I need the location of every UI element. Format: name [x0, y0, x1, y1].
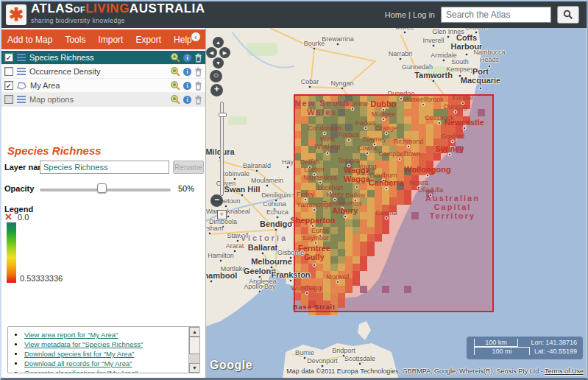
map-marker-dot: [351, 108, 355, 111]
zoom-out-button[interactable]: −: [210, 194, 223, 207]
legend-exclude-icon[interactable]: ✕: [4, 211, 13, 222]
layer-checkbox[interactable]: ✓: [4, 81, 13, 90]
search-button[interactable]: [557, 6, 579, 24]
pan-right-button[interactable]: ▶: [219, 47, 230, 58]
map-label: Inverell: [422, 37, 444, 44]
map-marker-dot: [261, 252, 265, 256]
map-canvas[interactable]: MoreeBourkeBrewarrinaNarrabriInverellGle…: [206, 28, 587, 378]
map-label: Henty: [326, 191, 344, 198]
menu-item-add-to-map[interactable]: Add to Map: [7, 35, 52, 45]
layer-row-species-richness[interactable]: ✓Species Richnessi: [1, 51, 205, 65]
layer-info-icon[interactable]: i: [183, 82, 191, 90]
opacity-slider-thumb[interactable]: [97, 183, 107, 193]
map-marker-dot: [255, 169, 259, 173]
map-marker-dot: [447, 35, 450, 39]
layer-name-input[interactable]: [40, 161, 169, 174]
map-label: Dungog: [444, 103, 467, 110]
map-marker-dot: [286, 166, 290, 169]
action-link[interactable]: Generate classification for "My Area": [24, 369, 138, 373]
layer-label[interactable]: Occurrence Density: [29, 67, 166, 76]
sidebar-collapse-button[interactable]: ‹: [191, 32, 201, 42]
rename-button[interactable]: Rename: [173, 161, 204, 174]
map-label: Ferntree Gully: [298, 244, 330, 261]
layer-row-my-area[interactable]: ✓My Areai: [1, 79, 205, 93]
zoom-slider-handle[interactable]: [219, 113, 227, 117]
layer-label[interactable]: Map options: [29, 95, 166, 104]
map-label: Gosford: [441, 133, 464, 140]
map-label: Swan Hill: [224, 185, 261, 194]
map-marker-dot: [289, 279, 293, 283]
attribution-text: Map data ©2011 Europa Technologies, GBRM…: [286, 367, 545, 375]
delete-layer-icon[interactable]: [194, 67, 202, 77]
zoom-slider[interactable]: [220, 102, 224, 196]
pan-left-button[interactable]: ◀: [206, 47, 217, 58]
opacity-value: 50%: [178, 184, 194, 193]
zoom-in-button[interactable]: +: [210, 84, 223, 96]
menu-item-help[interactable]: Help: [174, 35, 192, 45]
layer-row-map-options[interactable]: Map optionsi: [1, 93, 205, 107]
map-label: Bass Strait: [293, 303, 336, 311]
scroll-down-icon[interactable]: ▼: [189, 363, 200, 373]
longitude-readout: Lon: 141.38716: [531, 339, 577, 346]
map-marker-dot: [355, 186, 359, 189]
terms-of-use-link[interactable]: Terms of Use: [545, 367, 584, 375]
scroll-thumb[interactable]: [189, 337, 200, 354]
panel-title: Species Richness: [7, 144, 102, 157]
zoom-to-layer-icon[interactable]: [170, 52, 180, 63]
action-link[interactable]: Download all records for "My Area": [24, 359, 132, 367]
map-label: Bridport: [332, 347, 355, 354]
map-label: Port Macquarie: [461, 67, 500, 85]
login-link[interactable]: Log in: [413, 10, 435, 19]
zoom-to-layer-icon[interactable]: [170, 80, 180, 91]
map-label: Mudgee: [372, 110, 396, 118]
map-label: Sydney: [435, 144, 464, 153]
scroll-up-icon[interactable]: ▲: [189, 327, 200, 337]
map-marker-dot: [465, 53, 469, 57]
action-link-item: View area report for "My Area": [24, 331, 199, 339]
map-label: Muswellbrook: [403, 96, 443, 103]
ala-logo[interactable]: ✱: [6, 4, 26, 25]
delete-layer-icon[interactable]: [194, 81, 202, 91]
map-label: Moree: [395, 28, 414, 31]
google-logo[interactable]: Google: [210, 359, 252, 372]
menu-item-import[interactable]: Import: [98, 35, 123, 45]
zoom-to-layer-icon[interactable]: [170, 94, 180, 105]
layer-checkbox[interactable]: [4, 95, 13, 104]
map-label: Apollo Bay: [244, 283, 275, 290]
action-links-box: View area report for "My Area"View metad…: [7, 326, 200, 373]
menu-item-export[interactable]: Export: [135, 35, 161, 45]
menu-item-tools[interactable]: Tools: [65, 35, 85, 45]
pan-down-button[interactable]: ▼: [213, 57, 224, 68]
map-marker-dot: [432, 44, 436, 48]
layer-checkbox[interactable]: [4, 67, 13, 76]
layer-row-occurrence-density[interactable]: Occurrence Densityi: [1, 65, 205, 79]
layer-info-icon[interactable]: i: [183, 96, 191, 104]
map-label: Euroa: [311, 227, 329, 234]
layer-label[interactable]: Species Richness: [29, 53, 166, 62]
map-marker-dot: [344, 215, 347, 219]
delete-layer-icon[interactable]: [194, 95, 202, 105]
map-label: West Wyalong: [315, 136, 341, 150]
zoom-to-layer-icon[interactable]: [170, 66, 180, 77]
map-label: Cobar: [301, 78, 319, 85]
action-link[interactable]: View area report for "My Area": [24, 331, 118, 339]
action-link[interactable]: Download species list for "My Area": [24, 350, 134, 358]
map-label: Balranald: [243, 162, 271, 169]
action-link[interactable]: View metadata for "Species Richness": [24, 340, 143, 348]
reset-view-button[interactable]: ○: [210, 70, 222, 82]
layer-info-icon[interactable]: i: [183, 54, 191, 62]
overview-map-toggle[interactable]: +: [217, 210, 227, 219]
pan-up-button[interactable]: ▲: [213, 37, 224, 48]
layer-info-icon[interactable]: i: [183, 68, 191, 76]
map-label: Cowra: [358, 144, 377, 152]
map-marker-dot: [382, 118, 386, 122]
layer-checkbox[interactable]: ✓: [4, 53, 13, 62]
home-link[interactable]: Home: [385, 10, 406, 19]
map-label: Robinvale: [220, 170, 249, 177]
atlas-search-input[interactable]: [441, 7, 551, 23]
map-label: Deniliquin: [261, 191, 291, 199]
links-scrollbar[interactable]: ▲ ▼: [188, 327, 199, 373]
delete-layer-icon[interactable]: [194, 53, 202, 63]
layer-label[interactable]: My Area: [30, 81, 166, 90]
map-label: Frankston: [271, 270, 310, 279]
